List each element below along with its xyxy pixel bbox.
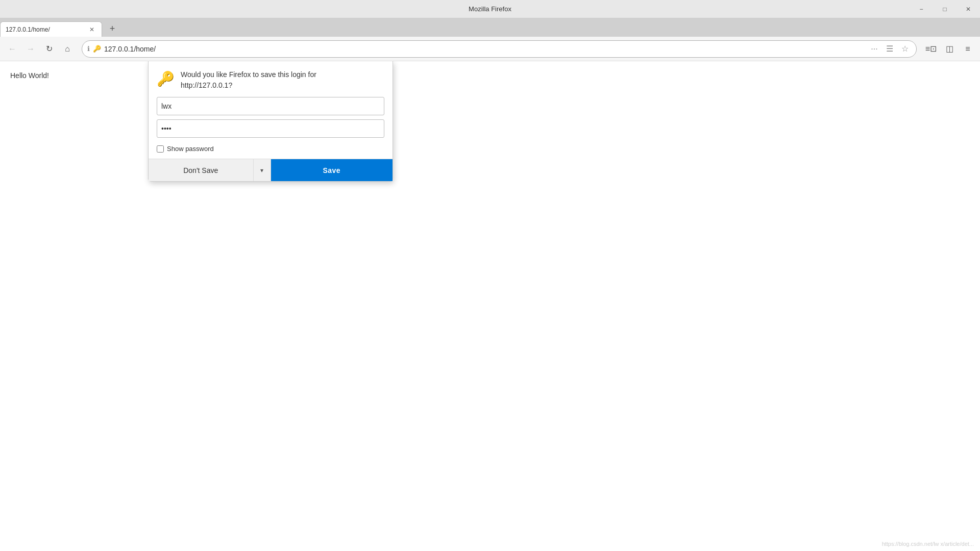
active-tab[interactable]: 127.0.0.1/home/ ✕ [0,21,102,37]
popup-message-line2: http://127.0.0.1? [181,80,316,91]
dont-save-button[interactable]: Don't Save [149,159,253,181]
reload-button[interactable]: ↻ [41,41,57,57]
show-password-label[interactable]: Show password [167,145,214,153]
page-content: Hello World! [0,61,980,90]
tabbar: 127.0.0.1/home/ ✕ + [0,18,980,37]
info-icon[interactable]: ℹ [87,45,90,53]
username-input[interactable] [157,97,384,115]
url-bar-actions: ··· ☰ ☆ [868,43,911,55]
menu-button[interactable]: ≡ [960,41,976,57]
titlebar-controls: − □ ✕ [910,0,980,18]
hello-world-text: Hello World! [10,71,49,80]
forward-button[interactable]: → [22,41,39,57]
show-password-row: Show password [149,142,393,159]
minimize-button[interactable]: − [910,0,933,18]
show-password-checkbox[interactable] [157,145,164,153]
url-input[interactable] [104,45,868,53]
close-button[interactable]: ✕ [957,0,980,18]
new-tab-button[interactable]: + [104,21,120,36]
home-button[interactable]: ⌂ [59,41,76,57]
pocket-button[interactable]: ☰ [884,43,896,55]
maximize-button[interactable]: □ [933,0,957,18]
titlebar-title: Mozilla Firefox [469,5,511,13]
popup-message: Would you like Firefox to save this logi… [181,69,316,91]
browser-window: Mozilla Firefox − □ ✕ 127.0.0.1/home/ ✕ … [0,0,980,551]
dont-save-dropdown-button[interactable]: ▾ [253,159,271,181]
popup-fields [149,97,393,142]
save-password-popup: 🔑 Would you like Firefox to save this lo… [148,61,393,182]
dont-save-group: Don't Save ▾ [149,159,271,181]
content-area: Hello World! 🔑 Would you like Firefox to… [0,61,980,551]
password-input[interactable] [157,119,384,138]
popup-message-line1: Would you like Firefox to save this logi… [181,69,316,80]
star-button[interactable]: ☆ [899,43,911,55]
sidebar-button[interactable]: ◫ [941,41,958,57]
back-button[interactable]: ← [4,41,20,57]
popup-key-icon: 🔑 [157,70,175,87]
navbar-right: ≡⊡ ◫ ≡ [923,41,976,57]
library-button[interactable]: ≡⊡ [923,41,939,57]
watermark: https://blog.csdn.net/lw x/article/det..… [882,541,974,547]
tab-title: 127.0.0.1/home/ [6,26,84,33]
popup-footer: Don't Save ▾ Save [149,159,393,181]
lock-icon[interactable]: 🔑 [93,45,101,53]
save-button[interactable]: Save [271,159,393,181]
titlebar: Mozilla Firefox − □ ✕ [0,0,980,18]
tab-close-button[interactable]: ✕ [87,25,96,34]
popup-header: 🔑 Would you like Firefox to save this lo… [149,61,393,97]
navbar: ← → ↻ ⌂ ℹ 🔑 ··· ☰ ☆ ≡⊡ ◫ ≡ [0,37,980,61]
url-bar[interactable]: ℹ 🔑 ··· ☰ ☆ [82,40,917,58]
more-button[interactable]: ··· [868,43,880,55]
